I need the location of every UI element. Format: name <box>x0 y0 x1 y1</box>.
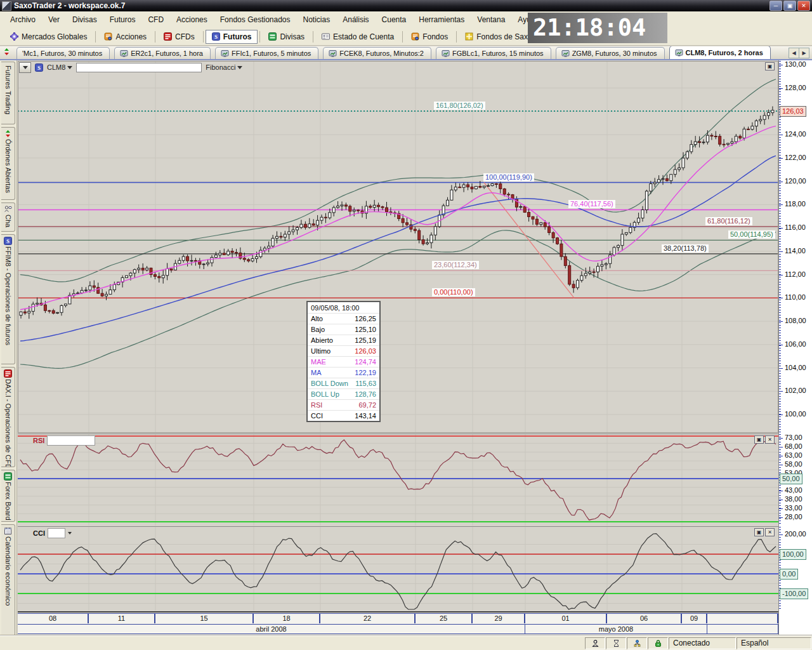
axis-tick-label: 106,00 <box>785 340 806 348</box>
chat-person-icon <box>4 205 12 213</box>
tooltip-row: RSI69,72 <box>308 399 379 410</box>
tab-fgblc1[interactable]: FGBLc1, Futuros, 15 minutos <box>436 47 551 59</box>
menu-acciones[interactable]: Acciones <box>170 13 214 27</box>
close-panel-icon[interactable]: ✕ <box>765 435 775 444</box>
tooltip-row: BOLL Down115,63 <box>308 378 379 388</box>
axis-tick <box>779 182 783 182</box>
tab-scroll-left-icon[interactable]: ◀ <box>789 48 799 58</box>
date-cell: 18 <box>254 614 320 623</box>
tab-label: FGBLc1, Futuros, 15 minutos <box>452 50 544 57</box>
sidebar-item-ordenes-abiertas[interactable]: Órdenes Abiertas <box>1 127 15 200</box>
restore-panel-icon[interactable]: ▣ <box>754 435 764 444</box>
menu-archivo[interactable]: Archivo <box>4 13 42 27</box>
value-axis[interactable]: 130,00128,00124,00122,00120,00118,00116,… <box>778 60 812 636</box>
ohlc-tooltip: 09/05/08, 18:00 Alto126,25Bajo125,10Abie… <box>306 301 381 422</box>
close-panel-icon[interactable]: ✕ <box>765 528 775 536</box>
cci-panel[interactable]: CCI ▣ ✕ <box>18 526 778 611</box>
hourglass-status-cell <box>606 637 626 649</box>
tab-clm8[interactable]: CLM8, Futuros, 2 horas <box>669 46 771 59</box>
restore-panel-icon[interactable]: ▣ <box>754 528 764 536</box>
toolbar-separator <box>203 31 204 43</box>
sidebar-item-ffim8-operaciones-de-futuros[interactable]: SFFIM8 - Operaciones de futuros <box>1 234 15 364</box>
tooltip-row-label: CCI <box>311 412 323 420</box>
axis-tick-label: 112,00 <box>785 270 806 278</box>
saxotrader-window: SaxoTrader 2 - workspace.ok.7 ─▣✕ Archiv… <box>0 0 812 650</box>
menu-herramientas[interactable]: Herramientas <box>412 13 471 27</box>
chevron-down-icon <box>237 66 242 69</box>
cci-level-badge: 100,00 <box>780 549 806 560</box>
tab-scroll-right-icon[interactable]: ▶ <box>799 48 809 58</box>
toolbar-fondos[interactable]: Fondos <box>405 30 454 44</box>
tab-mc1[interactable]: 'Mc1, Futuros, 30 minutos <box>16 47 110 59</box>
tab-label: 'Mc1, Futuros, 30 minutos <box>22 50 102 57</box>
tab-er2c1[interactable]: ER2c1, Futuros, 1 hora <box>114 47 211 59</box>
symbol-dropdown[interactable]: CLM8 <box>47 63 72 71</box>
menu-fondos-gestionados[interactable]: Fondos Gestionados <box>214 13 297 27</box>
sidebar-item-cha[interactable]: Cha <box>1 202 15 232</box>
menu-cfd[interactable]: CFD <box>141 13 170 27</box>
menu-futuros[interactable]: Futuros <box>103 13 142 27</box>
restore-panel-icon[interactable]: ▣ <box>765 62 775 70</box>
date-cell: 25 <box>416 614 473 623</box>
axis-tick <box>779 345 783 345</box>
drawing-tool-dropdown[interactable]: Fibonacci <box>206 63 242 71</box>
tooltip-row-label: Bajo <box>311 326 325 333</box>
menu-analisis[interactable]: Análisis <box>336 13 375 27</box>
tab-ffic1[interactable]: FFIc1, Futuros, 5 minutos <box>215 47 318 59</box>
tab-zgm8[interactable]: ZGM8, Futuros, 30 minutos <box>556 47 665 59</box>
chart-monitor-icon <box>442 50 450 58</box>
toolbar-mercados-globales[interactable]: Mercados Globales <box>4 30 93 44</box>
close-button[interactable]: ✕ <box>797 1 810 11</box>
tooltip-row-label: RSI <box>311 401 322 409</box>
sidebar-item-forex-board[interactable]: Forex Board <box>1 470 15 522</box>
menu-ventana[interactable]: Ventana <box>471 13 511 27</box>
axis-tick <box>779 368 783 369</box>
price-chart-panel[interactable]: ▣ 161,80(126,02)100,00(119,90)76,40(117,… <box>18 61 778 433</box>
tooltip-row-value: 126,03 <box>355 347 376 355</box>
cci-settings-input[interactable] <box>48 528 65 538</box>
rsi-panel[interactable]: RSI ▣ ✕ <box>18 434 778 526</box>
saxo-s-icon: S <box>4 237 12 245</box>
tooltip-row: Alto126,25 <box>308 313 379 324</box>
axis-tick <box>779 500 783 500</box>
date-cell: 22 <box>320 614 416 623</box>
sidebar-item-futures-trading[interactable]: Futures Trading <box>1 62 15 124</box>
svg-text:S: S <box>37 65 41 71</box>
axis-tick <box>779 456 783 456</box>
menu-divisas[interactable]: Divisas <box>66 13 103 27</box>
fib-level-label: 76,40(117,56) <box>568 200 615 208</box>
tooltip-row: Ultimo126,03 <box>308 345 379 356</box>
toolbar-acciones[interactable]: Acciones <box>98 30 153 44</box>
symbol-search-input[interactable] <box>76 63 202 72</box>
tab-fcek8[interactable]: FCEK8, Futuros, Minutos:2 <box>323 47 431 59</box>
sidebar-item-label: Forex Board <box>4 482 12 521</box>
chart-menu-button[interactable] <box>19 62 31 73</box>
axis-tick <box>779 391 783 392</box>
toolbar-cfds[interactable]: CFDs <box>157 30 201 44</box>
toolbar-label: CFDs <box>175 32 195 41</box>
cci-canvas <box>18 527 778 611</box>
toolbar-futuros[interactable]: SFuturos <box>206 30 258 44</box>
sidebar-item-dax-i-operaciones-de-cfd[interactable]: DAX.I - Operaciones de CFD <box>1 367 15 468</box>
toolbar-separator <box>313 31 313 43</box>
restore-button[interactable]: ▣ <box>783 1 796 11</box>
lines-green-icon <box>4 472 12 481</box>
date-cell: 11 <box>89 614 155 623</box>
toolbar-divisas[interactable]: Divisas <box>262 30 311 44</box>
menu-ver[interactable]: Ver <box>42 13 66 27</box>
lines-red-icon <box>164 32 172 41</box>
axis-tick-label: 43,00 <box>785 486 802 494</box>
axis-tick <box>779 491 783 491</box>
axis-tick <box>779 517 783 518</box>
sidebar-item-calendario-economico[interactable]: Calendario económico <box>1 524 15 636</box>
rsi-level-badge: 50,00 <box>780 474 802 484</box>
rsi-settings-input[interactable] <box>47 435 95 446</box>
minimize-button[interactable]: ─ <box>769 1 782 11</box>
toolbar-estado-de-cuenta[interactable]: Estado de Cuenta <box>315 30 400 44</box>
tooltip-row-value: 115,63 <box>355 380 376 387</box>
tooltip-row-value: 122,19 <box>355 369 376 376</box>
axis-tick-label: 102,00 <box>785 387 806 394</box>
menu-noticias[interactable]: Noticias <box>297 13 337 27</box>
menu-cuenta[interactable]: Cuenta <box>376 13 413 27</box>
lock-icon <box>654 639 662 647</box>
